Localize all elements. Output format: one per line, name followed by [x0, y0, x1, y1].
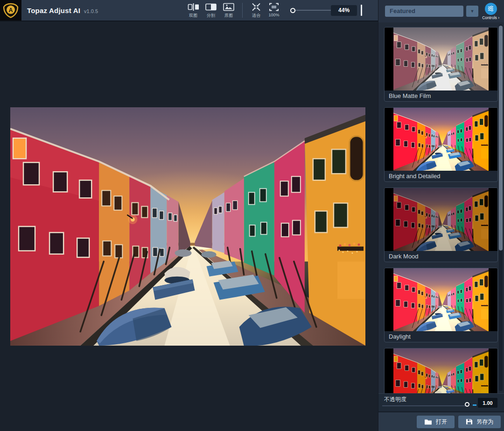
- app-version: v1.0.5: [84, 8, 98, 14]
- view-toolbar: 双图 分割: [184, 0, 283, 21]
- preset-card-daylight[interactable]: Daylight: [384, 268, 498, 342]
- dropdown-arrow-button[interactable]: ▼: [466, 6, 478, 17]
- save-icon: [466, 418, 473, 425]
- sliders-icon: [487, 5, 494, 12]
- preset-scrollbar-thumb[interactable]: [499, 26, 503, 250]
- zoom-100-button[interactable]: 100%: [266, 2, 282, 17]
- controls-button[interactable]: Controls ›: [482, 3, 499, 20]
- preset-thumbnail: [385, 348, 497, 393]
- title-group: Topaz Adjust AI v1.0.5: [27, 7, 98, 14]
- preset-panel-header: Featured ▼ Controls ›: [378, 0, 504, 22]
- chevron-down-icon: ▼: [470, 9, 475, 14]
- toolbar-divider: [242, 3, 243, 18]
- original-view-button[interactable]: 原图: [221, 2, 237, 19]
- category-dropdown[interactable]: Featured: [385, 6, 463, 17]
- panel-footer: 打开 另存为: [378, 411, 504, 431]
- opacity-label: 不透明度: [384, 396, 406, 403]
- open-button[interactable]: 打开: [417, 416, 455, 428]
- preset-thumbnail: [385, 188, 497, 251]
- preset-card-blue-matte-film[interactable]: Blue Matte Film: [384, 27, 498, 102]
- chevron-right-icon: ›: [498, 15, 499, 20]
- split-view-label: 分割: [207, 13, 215, 19]
- dual-view-button[interactable]: 双图: [185, 2, 201, 19]
- zoom-fit-button[interactable]: 适合: [248, 2, 264, 19]
- topbar: A Topaz Adjust AI v1.0.5 双图: [0, 0, 378, 21]
- controls-label: Controls ›: [482, 15, 499, 20]
- folder-icon: [424, 419, 432, 425]
- opacity-slider-track[interactable]: [382, 405, 467, 406]
- zoom-100-label: 100%: [269, 13, 280, 17]
- zoom-percent-value: 44%: [331, 5, 357, 16]
- opacity-value: 1.00: [478, 398, 497, 408]
- burano-photo: [10, 107, 365, 346]
- controls-circle: [485, 3, 497, 15]
- preset-label: Bright and Detailed: [385, 171, 497, 181]
- open-button-label: 打开: [436, 418, 447, 426]
- original-view-label: 原图: [224, 13, 233, 19]
- zoom-fit-icon: [252, 2, 261, 12]
- preset-thumbnail: [385, 28, 497, 90]
- app-logo: A: [0, 0, 21, 21]
- zoom-slider-handle[interactable]: [290, 8, 295, 13]
- preset-card-dark-mood[interactable]: Dark Mood: [384, 188, 498, 262]
- preset-panel: Featured ▼ Controls ›: [378, 0, 504, 431]
- preset-card-partial[interactable]: [384, 348, 498, 393]
- preset-label: Daylight: [385, 331, 497, 342]
- topaz-shield-icon: A: [2, 2, 19, 19]
- dual-view-label: 双图: [189, 13, 197, 19]
- split-view-icon: [205, 2, 217, 12]
- zoom-fit-label: 适合: [252, 13, 260, 19]
- original-view-icon: [223, 2, 234, 12]
- preset-list: Blue Matte Film Bright and Detailed Dark…: [378, 22, 504, 393]
- preset-label: Blue Matte Film: [385, 90, 497, 101]
- save-as-button-label: 另存为: [476, 418, 493, 426]
- opacity-section: 不透明度 1.00: [378, 393, 504, 411]
- svg-text:A: A: [8, 7, 13, 14]
- controls-text: Controls: [482, 15, 497, 20]
- preset-card-bright-and-detailed[interactable]: Bright and Detailed: [384, 107, 498, 182]
- toolbar-end-tick: [361, 5, 362, 16]
- preset-scrollbar-track[interactable]: [499, 24, 503, 391]
- dual-view-icon: [188, 2, 199, 12]
- save-as-button[interactable]: 另存为: [458, 416, 501, 428]
- split-view-button[interactable]: 分割: [203, 2, 219, 19]
- preset-thumbnail: [385, 108, 497, 171]
- opacity-slider-tick: [473, 404, 476, 406]
- image-canvas: [0, 21, 378, 431]
- preset-label: Dark Mood: [385, 251, 497, 262]
- app-window: A Topaz Adjust AI v1.0.5 双图: [0, 0, 504, 431]
- app-title: Topaz Adjust AI: [27, 7, 80, 14]
- main-image[interactable]: [10, 107, 365, 346]
- zoom-100-icon: [269, 2, 279, 12]
- preset-thumbnail: [385, 268, 497, 331]
- opacity-slider-handle[interactable]: [465, 402, 469, 407]
- zoom-slider-track[interactable]: [295, 10, 331, 11]
- zoom-slider[interactable]: 44%: [290, 2, 362, 18]
- left-column: A Topaz Adjust AI v1.0.5 双图: [0, 0, 378, 431]
